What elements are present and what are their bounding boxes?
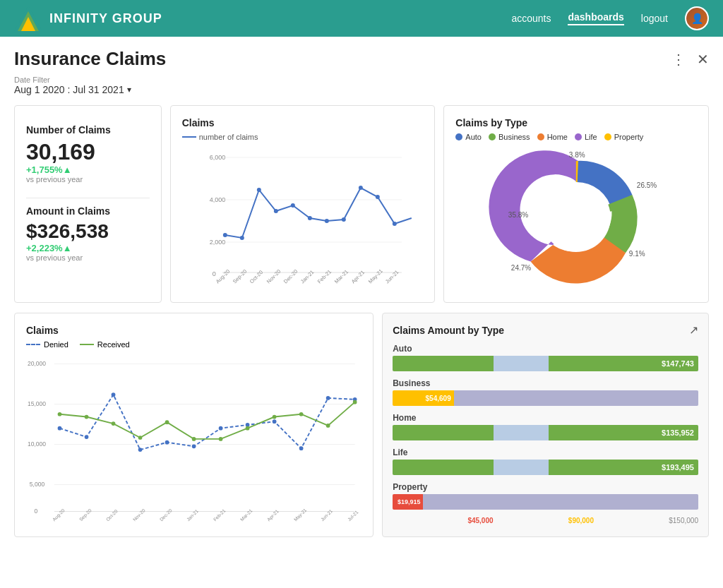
svg-text:26.5%: 26.5% (637, 181, 657, 189)
svg-text:Mar-21: Mar-21 (239, 508, 253, 522)
svg-point-20 (376, 195, 380, 199)
svg-point-64 (138, 436, 143, 440)
date-filter-label: Date Filter (14, 76, 709, 84)
svg-point-11 (223, 233, 227, 237)
bar-row-life: Life $193,495 (393, 448, 698, 475)
nav-dashboards[interactable]: dashboards (568, 11, 623, 25)
life-dot (575, 133, 582, 140)
svg-text:May-21: May-21 (293, 508, 309, 522)
claims-stat-change: +1,755%▲ (26, 164, 150, 175)
page-content: Insurance Claims ⋮ ✕ Date Filter Aug 1 2… (0, 37, 723, 588)
nav-accounts[interactable]: accounts (511, 13, 551, 24)
axis-90k: $90,000 (568, 517, 594, 524)
more-options-button[interactable]: ⋮ (671, 51, 686, 68)
amount-stat-value: $326,538 (26, 221, 150, 243)
bar-row-business: Business $54,609 (393, 378, 698, 406)
top-row: Number of Claims 30,169 +1,755%▲ vs prev… (14, 105, 709, 303)
claims-stat: Number of Claims 30,169 +1,755%▲ vs prev… (26, 117, 150, 191)
avatar[interactable]: 👤 (685, 6, 709, 30)
svg-text:20,000: 20,000 (28, 360, 46, 367)
svg-text:3.8%: 3.8% (569, 151, 585, 159)
expand-icon[interactable]: ↗ (689, 323, 698, 337)
legend-denied: Denied (26, 340, 68, 349)
bar-axis: $45,000 $90,000 $150,000 (393, 517, 698, 524)
bottom-claims-card: Claims Denied Received 20,000 15,000 10,… (14, 313, 374, 537)
svg-point-63 (112, 421, 116, 426)
svg-point-70 (299, 412, 304, 416)
bar-row-auto: Auto $147,743 (393, 344, 698, 371)
svg-point-49 (58, 426, 62, 431)
svg-point-17 (325, 219, 329, 223)
amount-stat: Amount in Claims $326,538 +2,223%▲ vs pr… (26, 198, 150, 269)
svg-point-66 (192, 437, 196, 441)
stats-card: Number of Claims 30,169 +1,755%▲ vs prev… (14, 105, 162, 303)
close-button[interactable]: ✕ (697, 51, 709, 68)
denied-label: Denied (44, 340, 68, 349)
svg-text:5,000: 5,000 (30, 481, 45, 488)
svg-text:Mar-21: Mar-21 (333, 268, 349, 284)
svg-text:Aug-20: Aug-20 (52, 508, 66, 522)
claims-chart-title: Claims (182, 117, 424, 128)
svg-text:Jun-21: Jun-21 (384, 269, 400, 285)
svg-text:0: 0 (34, 508, 37, 515)
legend-auto: Auto (455, 133, 482, 141)
svg-point-69 (273, 415, 277, 419)
claims-legend-label: number of claims (199, 133, 258, 141)
legend-received: Received (80, 340, 130, 349)
svg-text:Jun-21: Jun-21 (320, 508, 334, 522)
svg-point-13 (257, 188, 261, 192)
claims-by-type-card: Claims by Type Auto Business Home Life (443, 105, 709, 303)
svg-point-68 (246, 426, 250, 431)
svg-point-67 (219, 437, 223, 441)
svg-text:Sep-20: Sep-20 (232, 268, 248, 284)
bottom-row: Claims Denied Received 20,000 15,000 10,… (14, 313, 709, 537)
bar-label-property: Property (393, 482, 698, 492)
svg-point-52 (138, 448, 143, 452)
claims-svg: 6,000 4,000 2,000 0 (182, 145, 424, 287)
bar-row-property: Property $19,915 (393, 482, 698, 510)
amount-stat-change: +2,223%▲ (26, 243, 150, 253)
svg-text:Aug-20: Aug-20 (215, 268, 231, 284)
logo-text: Infinity Group (49, 11, 162, 26)
axis-45k: $45,000 (467, 517, 493, 524)
bar-label-life: Life (393, 448, 698, 457)
received-label: Received (97, 340, 130, 349)
bar-label-home: Home (393, 413, 698, 423)
legend-life: Life (575, 133, 597, 141)
received-line-icon (80, 344, 94, 345)
svg-point-51 (112, 392, 116, 397)
denied-line-icon (26, 344, 40, 345)
svg-point-18 (342, 217, 346, 222)
date-filter-value[interactable]: Aug 1 2020 : Jul 31 2021 ▾ (14, 84, 709, 95)
svg-point-71 (326, 424, 330, 428)
svg-text:Apr-21: Apr-21 (350, 269, 366, 284)
donut-svg: 26.5% 9.1% 24.7% 35.8% 3.8% (455, 147, 697, 288)
auto-dot (455, 133, 462, 140)
svg-point-16 (308, 216, 312, 220)
svg-text:Feb-21: Feb-21 (213, 508, 227, 522)
svg-text:Feb-21: Feb-21 (316, 268, 333, 284)
svg-text:Oct-20: Oct-20 (105, 508, 119, 522)
bottom-chart-legend: Denied Received (26, 340, 362, 349)
logo-area: Infinity Group (14, 6, 162, 31)
claims-stat-value: 30,169 (26, 140, 150, 164)
home-dot (537, 133, 544, 140)
svg-point-62 (85, 415, 89, 419)
svg-text:Dec-20: Dec-20 (159, 508, 173, 522)
bottom-claims-svg: 20,000 15,000 10,000 5,000 0 (26, 353, 362, 522)
claims-amount-by-type-card: Claims Amount by Type ↗ Auto $147,743 Bu… (382, 313, 709, 537)
claims-stat-vs: vs previous year (26, 175, 150, 184)
bar-chart-title-row: Claims Amount by Type ↗ (393, 323, 698, 337)
svg-point-14 (274, 209, 278, 213)
svg-point-15 (291, 203, 295, 208)
title-bar: Insurance Claims ⋮ ✕ (14, 48, 709, 70)
svg-point-53 (165, 440, 169, 445)
svg-text:35.8%: 35.8% (508, 211, 528, 219)
svg-text:10,000: 10,000 (28, 440, 46, 448)
svg-point-72 (353, 400, 357, 404)
date-filter-area: Date Filter Aug 1 2020 : Jul 31 2021 ▾ (14, 76, 709, 95)
nav-logout[interactable]: logout (641, 13, 668, 24)
legend-business: Business (489, 133, 530, 141)
svg-text:9.1%: 9.1% (629, 250, 645, 258)
axis-150k: $150,000 (669, 517, 698, 524)
